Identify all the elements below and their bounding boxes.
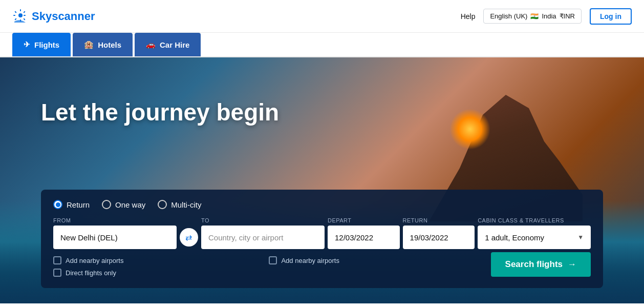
depart-input[interactable] (335, 233, 393, 242)
login-button[interactable]: Log in (590, 8, 632, 25)
to-input[interactable] (208, 233, 317, 242)
cabin-field-group: Cabin Class & Travellers 1 adult, Econom… (478, 217, 591, 249)
trip-type-options: Return One way Multi-city (53, 200, 591, 209)
svg-point-0 (18, 13, 23, 17)
header-left: Skyscanner (12, 8, 95, 25)
from-label: From (53, 217, 177, 223)
add-nearby-from-checkbox[interactable]: Add nearby airports (53, 256, 123, 264)
locale-button[interactable]: English (UK) 🇮🇳 India ₹INR (483, 9, 582, 24)
radio-oneway-circle (102, 200, 111, 209)
svg-rect-1 (20, 9, 21, 11)
car-icon: 🚗 (146, 40, 156, 49)
search-panel: Return One way Multi-city From ⇄ (41, 190, 603, 288)
header: Skyscanner Help English (UK) 🇮🇳 India ₹I… (0, 0, 644, 33)
svg-rect-4 (24, 15, 26, 16)
country-label: India (542, 12, 556, 20)
search-button-wrapper: Search flights → (491, 252, 591, 277)
nav-tabs: ✈ Flights 🏨 Hotels 🚗 Car Hire (0, 33, 644, 57)
swap-icon: ⇄ (185, 233, 192, 242)
search-flights-label: Search flights (505, 259, 563, 270)
from-input-wrapper[interactable] (53, 226, 177, 249)
return-input-wrapper[interactable] (403, 226, 475, 249)
nearby-to-box (269, 256, 277, 264)
cabin-dropdown[interactable]: 1 adult, Economy ▼ (478, 226, 591, 249)
plane-icon: ✈ (24, 40, 30, 49)
tab-flights[interactable]: ✈ Flights (12, 33, 71, 56)
return-field-group: Return (403, 217, 475, 249)
to-field-group: To (201, 217, 325, 249)
add-nearby-from-label: Add nearby airports (66, 257, 123, 264)
search-fields: From ⇄ To Depart (53, 217, 591, 249)
locale-label: English (UK) (490, 12, 527, 20)
svg-rect-3 (13, 15, 15, 16)
cabin-label: Cabin Class & Travellers (478, 217, 591, 223)
tab-carhire-label: Car Hire (160, 40, 189, 49)
swap-button[interactable]: ⇄ (180, 228, 198, 247)
tab-hotels[interactable]: 🏨 Hotels (73, 33, 133, 56)
radio-multicity-label: Multi-city (171, 200, 201, 209)
svg-rect-5 (14, 11, 16, 13)
radio-return-circle (53, 200, 62, 209)
skyscanner-logo-icon (12, 8, 29, 25)
direct-flights-checkbox[interactable]: Direct flights only (53, 269, 116, 277)
logo-text: Skyscanner (32, 10, 95, 23)
add-nearby-to-label: Add nearby airports (281, 257, 339, 264)
direct-flights-box (53, 269, 61, 277)
radio-return-label: Return (67, 200, 90, 209)
return-input[interactable] (410, 233, 468, 242)
radio-return[interactable]: Return (53, 200, 90, 209)
header-right: Help English (UK) 🇮🇳 India ₹INR Log in (461, 8, 632, 25)
radio-oneway-label: One way (115, 200, 145, 209)
from-input[interactable] (60, 233, 169, 242)
help-link[interactable]: Help (461, 12, 476, 21)
svg-rect-7 (14, 18, 16, 20)
to-input-wrapper[interactable] (201, 226, 325, 249)
chevron-down-icon: ▼ (577, 234, 584, 241)
svg-rect-8 (23, 18, 25, 20)
direct-flights-label: Direct flights only (66, 269, 116, 277)
logo: Skyscanner (12, 8, 95, 25)
tab-hotels-label: Hotels (98, 40, 121, 49)
radio-multicity[interactable]: Multi-city (158, 200, 201, 209)
currency-label: ₹INR (560, 12, 575, 20)
tab-flights-label: Flights (34, 40, 59, 49)
from-field-group: From (53, 217, 177, 249)
add-nearby-to-checkbox[interactable]: Add nearby airports (269, 256, 339, 264)
hotel-icon: 🏨 (84, 40, 94, 49)
depart-input-wrapper[interactable] (328, 226, 400, 249)
arrow-icon: → (568, 259, 576, 270)
cabin-value: 1 adult, Economy (485, 233, 544, 242)
depart-field-group: Depart (328, 217, 400, 249)
flag-icon: 🇮🇳 (530, 12, 539, 20)
to-label: To (201, 217, 325, 223)
sun-decoration (449, 109, 490, 150)
tab-carhire[interactable]: 🚗 Car Hire (135, 33, 201, 56)
search-flights-button[interactable]: Search flights → (491, 252, 591, 277)
radio-oneway[interactable]: One way (102, 200, 145, 209)
hero-section: Let the journey begin Return One way Mul… (0, 57, 644, 303)
depart-label: Depart (328, 217, 400, 223)
radio-multicity-circle (158, 200, 167, 209)
return-label: Return (403, 217, 475, 223)
hero-headline: Let the journey begin (41, 98, 279, 126)
nearby-from-box (53, 256, 61, 264)
svg-rect-6 (23, 11, 25, 13)
